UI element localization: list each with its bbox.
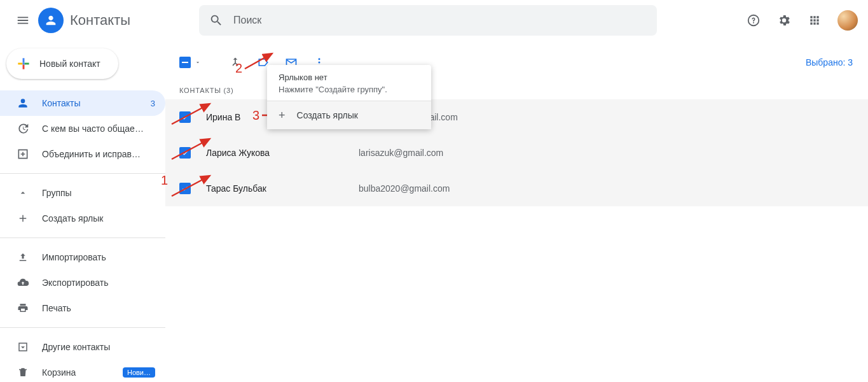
create-contact-button[interactable]: Новый контакт: [6, 48, 118, 79]
sidebar-item-label: Экспортировать: [42, 278, 155, 288]
popup-subtitle: Нажмите "Создайте группу".: [279, 85, 420, 94]
gear-icon: [777, 13, 791, 27]
sidebar-item-label: Создать ярлык: [42, 213, 155, 223]
svg-point-2: [319, 62, 320, 64]
trash-icon: [17, 366, 29, 379]
apps-button[interactable]: [802, 8, 827, 33]
sidebar-item-label: Импортировать: [42, 252, 155, 262]
search-bar[interactable]: Поиск: [199, 5, 657, 36]
annotation-arrow: [169, 134, 216, 162]
person-icon: [44, 13, 58, 27]
main-content: Выбрано: 3 КОНТАКТЫ (3) Ирина В 4@gmail.…: [165, 41, 868, 382]
sidebar-item-merge[interactable]: Объединить и исправ…: [0, 141, 165, 167]
svg-line-4: [172, 104, 210, 124]
user-avatar[interactable]: [837, 10, 858, 31]
contact-name: Тарас Бульбак: [206, 183, 359, 194]
sidebar-item-label: Группы: [42, 188, 155, 198]
sidebar: Новый контакт Контакты 3 С кем вы часто …: [0, 41, 165, 382]
apps-grid-icon: [808, 14, 821, 27]
person-outline-icon: [17, 97, 29, 110]
contact-row[interactable]: Тарас Бульбак bulba2020@gmail.com: [165, 171, 868, 206]
label-popup: Ярлыков нет Нажмите "Создайте группу". +…: [267, 65, 431, 129]
sidebar-item-count: 3: [151, 99, 155, 108]
sidebar-item-contacts[interactable]: Контакты 3: [0, 90, 165, 116]
sidebar-item-label: Контакты: [42, 98, 151, 108]
help-icon: [747, 13, 761, 27]
search-placeholder: Поиск: [233, 15, 261, 26]
popup-create-label-text: Создать ярлык: [297, 110, 358, 120]
settings-button[interactable]: [771, 8, 797, 33]
sidebar-item-label: Объединить и исправ…: [42, 149, 155, 159]
contact-name: Лариса Жукова: [206, 148, 359, 158]
print-icon: [17, 302, 29, 315]
new-badge: Нови…: [123, 367, 155, 378]
app-title: Контакты: [70, 12, 130, 29]
plus-multicolor-icon: [15, 55, 32, 72]
annotation-number-2: 2: [235, 61, 242, 76]
hamburger-icon: [16, 13, 30, 27]
popup-title: Ярлыков нет: [279, 73, 420, 82]
contact-email: bulba2020@gmail.com: [359, 183, 450, 194]
archive-icon: [17, 341, 29, 353]
select-all-checkbox[interactable]: [179, 57, 191, 68]
header-actions: [741, 8, 858, 33]
upload-icon: [17, 251, 29, 264]
sidebar-item-export[interactable]: Экспортировать: [0, 270, 165, 295]
annotation-arrow: [169, 171, 216, 199]
sidebar-item-trash[interactable]: Корзина Нови…: [0, 360, 165, 382]
create-contact-label: Новый контакт: [39, 59, 100, 69]
cloud-upload-icon: [17, 276, 29, 289]
select-dropdown-caret[interactable]: [195, 59, 201, 66]
search-icon: [209, 13, 223, 27]
sidebar-item-create-label[interactable]: Создать ярлык: [0, 206, 165, 231]
main-menu-button[interactable]: [10, 8, 36, 33]
sidebar-item-label: Корзина: [42, 367, 123, 378]
help-button[interactable]: [741, 8, 766, 33]
svg-line-6: [172, 176, 210, 196]
popup-create-label[interactable]: + Создать ярлык: [267, 101, 431, 129]
selected-count: Выбрано: 3: [806, 57, 853, 67]
contact-email: larisazuk@gmail.com: [359, 148, 443, 158]
app-header: Контакты Поиск: [0, 0, 868, 41]
svg-line-5: [172, 139, 210, 159]
svg-point-1: [319, 58, 320, 60]
svg-rect-0: [23, 63, 25, 65]
history-icon: [17, 122, 29, 135]
sidebar-item-other[interactable]: Другие контакты: [0, 334, 165, 360]
merge-icon: [17, 148, 29, 160]
annotation-number-3: 3: [252, 108, 259, 123]
annotation-number-1: 1: [161, 173, 168, 188]
plus-icon: [17, 212, 29, 225]
contact-row[interactable]: Лариса Жукова larisazuk@gmail.com: [165, 135, 868, 171]
sidebar-item-print[interactable]: Печать: [0, 295, 165, 321]
sidebar-item-import[interactable]: Импортировать: [0, 244, 165, 270]
annotation-arrow: [169, 99, 216, 127]
sidebar-item-groups[interactable]: Группы: [0, 180, 165, 206]
sidebar-item-frequent[interactable]: С кем вы часто общае…: [0, 116, 165, 141]
app-logo: [38, 8, 64, 33]
sidebar-item-label: С кем вы часто общае…: [42, 124, 155, 134]
sidebar-item-label: Другие контакты: [42, 342, 155, 352]
chevron-up-icon: [17, 187, 29, 199]
sidebar-item-label: Печать: [42, 303, 155, 313]
plus-icon: +: [279, 109, 286, 122]
